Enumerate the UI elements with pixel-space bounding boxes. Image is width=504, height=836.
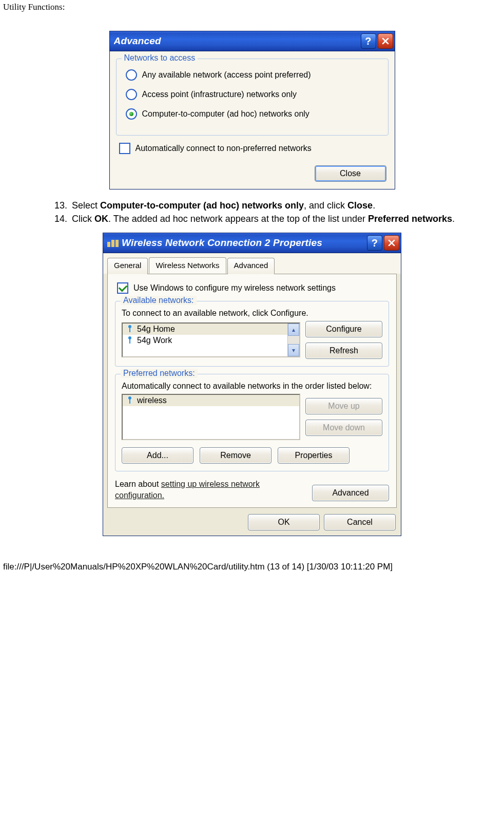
add-button[interactable]: Add... <box>122 447 193 464</box>
step-text: Select Computer-to-computer (ad hoc) net… <box>72 199 375 212</box>
preferred-networks-group: Preferred networks: Automatically connec… <box>115 374 389 471</box>
step-text: Click OK. The added ad hoc network appea… <box>72 212 455 225</box>
radio-icon <box>126 108 137 120</box>
step-number: 13. <box>54 199 72 212</box>
instruction-13: 13. Select Computer-to-computer (ad hoc)… <box>54 199 501 212</box>
cancel-button[interactable]: Cancel <box>324 514 396 530</box>
ok-button[interactable]: OK <box>248 514 320 530</box>
page-footer: file:///P|/User%20Manuals/HP%20XP%20WLAN… <box>3 562 501 572</box>
properties-titlebar[interactable]: Wireless Network Connection 2 Properties… <box>103 233 401 253</box>
available-list[interactable]: 54g Home 54g Work ▴ ▾ <box>122 322 300 357</box>
tab-strip: General Wireless Networks Advanced <box>103 253 401 274</box>
use-windows-checkbox[interactable]: Use Windows to configure my wireless net… <box>117 282 389 294</box>
properties-dialog: Wireless Network Connection 2 Properties… <box>103 233 401 536</box>
radio-any-available[interactable]: Any available network (access point pref… <box>126 69 382 81</box>
move-up-button[interactable]: Move up <box>305 398 382 414</box>
radio-icon <box>126 89 137 100</box>
page-title: Utility Functions: <box>3 2 501 12</box>
wireless-icon <box>107 239 118 247</box>
scrollbar[interactable]: ▴ ▾ <box>287 324 299 356</box>
radio-icon <box>126 69 137 81</box>
network-icon <box>126 396 134 405</box>
preferred-legend: Preferred networks: <box>121 369 198 378</box>
radio-label: Computer-to-computer (ad hoc) networks o… <box>142 109 309 119</box>
advanced-title-text: Advanced <box>114 35 359 47</box>
radio-adhoc-only[interactable]: Computer-to-computer (ad hoc) networks o… <box>126 108 382 120</box>
remove-button[interactable]: Remove <box>200 447 272 464</box>
help-icon[interactable]: ? <box>367 235 382 251</box>
available-legend: Available networks: <box>121 296 197 305</box>
configure-button[interactable]: Configure <box>305 321 382 337</box>
preferred-list[interactable]: wireless <box>122 394 300 440</box>
preferred-hint: Automatically connect to available netwo… <box>122 382 382 391</box>
advanced-dialog: Advanced ? Networks to access Any availa… <box>109 31 395 189</box>
auto-connect-checkbox[interactable]: Automatically connect to non-preferred n… <box>119 143 389 154</box>
networks-to-access-legend: Networks to access <box>122 53 198 63</box>
move-down-button[interactable]: Move down <box>305 420 382 436</box>
list-item[interactable]: 54g Home <box>123 324 299 335</box>
radio-label: Any available network (access point pref… <box>142 70 311 80</box>
tab-wireless-networks[interactable]: Wireless Networks <box>149 257 226 274</box>
close-icon[interactable] <box>378 33 393 49</box>
scroll-down-icon[interactable]: ▾ <box>288 344 299 356</box>
available-networks-group: Available networks: To connect to an ava… <box>115 301 389 367</box>
advanced-button[interactable]: Advanced <box>312 485 389 501</box>
instruction-list: 13. Select Computer-to-computer (ad hoc)… <box>3 199 501 225</box>
radio-label: Access point (infrastructure) networks o… <box>142 90 297 99</box>
checkbox-icon <box>117 282 128 294</box>
refresh-button[interactable]: Refresh <box>305 343 382 359</box>
properties-button[interactable]: Properties <box>278 447 350 464</box>
learn-text: Learn about setting up wireless network … <box>115 479 307 501</box>
network-name: wireless <box>137 396 167 405</box>
tab-advanced[interactable]: Advanced <box>227 258 275 274</box>
tab-panel-wireless: Use Windows to configure my wireless net… <box>107 274 397 508</box>
network-icon <box>126 325 134 333</box>
checkbox-label: Use Windows to configure my wireless net… <box>133 283 336 293</box>
advanced-titlebar[interactable]: Advanced ? <box>110 31 395 51</box>
checkbox-icon <box>119 143 130 154</box>
list-item[interactable]: 54g Work <box>123 335 299 346</box>
list-item[interactable]: wireless <box>123 395 299 406</box>
close-icon[interactable] <box>384 235 399 251</box>
instruction-14: 14. Click OK. The added ad hoc network a… <box>54 212 501 225</box>
properties-title-text: Wireless Network Connection 2 Properties <box>122 237 365 249</box>
network-icon <box>126 336 134 345</box>
help-icon[interactable]: ? <box>361 33 376 49</box>
network-name: 54g Work <box>137 336 172 345</box>
networks-to-access-group: Networks to access Any available network… <box>116 59 389 136</box>
step-number: 14. <box>54 212 72 225</box>
network-name: 54g Home <box>137 325 175 334</box>
radio-access-point-only[interactable]: Access point (infrastructure) networks o… <box>126 89 382 100</box>
scroll-up-icon[interactable]: ▴ <box>288 324 299 336</box>
checkbox-label: Automatically connect to non-preferred n… <box>135 144 312 153</box>
available-hint: To connect to an available network, clic… <box>122 309 382 318</box>
tab-general[interactable]: General <box>107 258 148 274</box>
close-button[interactable]: Close <box>315 165 386 182</box>
